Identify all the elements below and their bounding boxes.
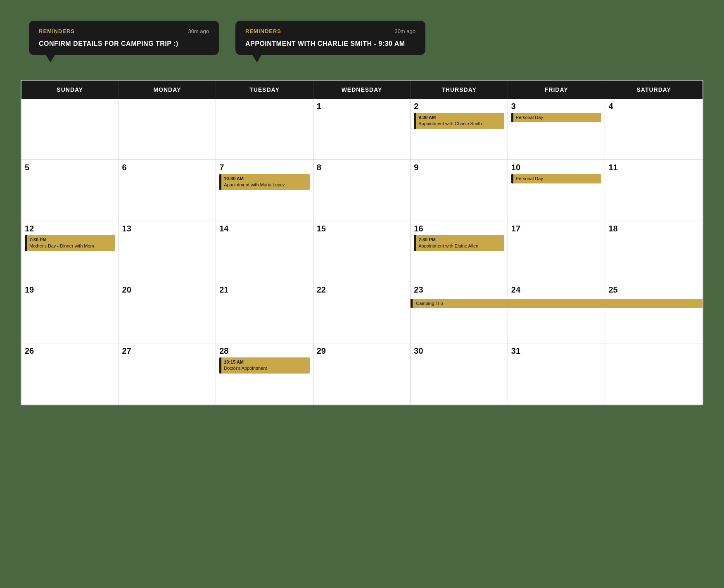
week-1: 1 2 9:30 AM Appointment with Charlie Smi… bbox=[21, 99, 703, 160]
event-title: Personal Day bbox=[516, 114, 599, 121]
day-number-25: 25 bbox=[608, 286, 699, 294]
header-friday: FRIDAY bbox=[508, 81, 605, 99]
cell-day-27: 27 bbox=[119, 343, 216, 405]
day-number-23: 23 bbox=[414, 286, 504, 294]
day-number-12: 12 bbox=[25, 224, 115, 233]
cell-day-13: 13 bbox=[119, 221, 216, 282]
week-2: 5 6 7 10:30 AM Appointment with Maria Lo… bbox=[21, 160, 703, 221]
cell-day-9: 9 bbox=[411, 160, 508, 221]
day-number-21: 21 bbox=[219, 286, 310, 294]
day-number-18: 18 bbox=[608, 224, 699, 233]
event-title: Appointment with Elaine Allen bbox=[418, 243, 502, 249]
day-number-17: 17 bbox=[511, 224, 602, 233]
cell-empty-sun bbox=[21, 99, 119, 160]
event-mothers-day[interactable]: 7:30 PM Mother's Day - Dinner with Mom bbox=[25, 235, 115, 251]
event-camping-trip[interactable]: Camping Trip bbox=[411, 299, 703, 308]
day-number-3: 3 bbox=[511, 102, 602, 110]
cell-day-31: 31 bbox=[508, 343, 605, 405]
cell-day-6: 6 bbox=[119, 160, 216, 221]
cell-day-20: 20 bbox=[119, 282, 216, 343]
day-number-29: 29 bbox=[317, 347, 407, 355]
event-personal-day-10[interactable]: Personal Day bbox=[511, 174, 602, 183]
day-number-22: 22 bbox=[317, 286, 407, 294]
cell-day-23: 23 Camping Trip bbox=[411, 282, 508, 343]
day-number-4: 4 bbox=[608, 102, 699, 110]
calendar-header: SUNDAY MONDAY TUESDAY WEDNESDAY THURSDAY… bbox=[21, 81, 703, 99]
cell-day-1: 1 bbox=[313, 99, 411, 160]
notification-text-1: CONFIRM DETAILS FOR CAMPING TRIP :) bbox=[39, 40, 209, 48]
day-number-15: 15 bbox=[317, 224, 407, 233]
day-number-11: 11 bbox=[608, 163, 699, 171]
day-number-16: 16 bbox=[414, 224, 504, 233]
day-number-6: 6 bbox=[122, 163, 213, 171]
event-title: Mother's Day - Dinner with Mom bbox=[29, 243, 113, 249]
event-content: 10:15 AM Doctor's Appointment bbox=[221, 357, 310, 374]
event-personal-day-3[interactable]: Personal Day bbox=[511, 113, 602, 122]
cell-day-11: 11 bbox=[605, 160, 703, 221]
day-number-30: 30 bbox=[414, 347, 504, 355]
cell-day-18: 18 bbox=[605, 221, 703, 282]
camping-trip-label: Camping Trip bbox=[413, 299, 703, 308]
event-title: Personal Day bbox=[516, 176, 599, 182]
event-title: Appointment with Charlie Smith bbox=[418, 121, 502, 127]
header-wednesday: WEDNESDAY bbox=[313, 81, 411, 99]
notification-text-2: APPOINTMENT WITH CHARLIE SMITH - 9:30 AM bbox=[245, 40, 415, 48]
event-title: Appointment with Maria Lopez bbox=[224, 182, 307, 188]
cell-day-3: 3 Personal Day bbox=[508, 99, 605, 160]
notification-time-2: 30m ago bbox=[394, 28, 415, 34]
day-number-13: 13 bbox=[122, 224, 213, 233]
cell-day-8: 8 bbox=[313, 160, 411, 221]
event-content: Personal Day bbox=[513, 174, 602, 183]
header-saturday: SATURDAY bbox=[605, 81, 703, 99]
event-charlie-smith[interactable]: 9:30 AM Appointment with Charlie Smith bbox=[414, 113, 504, 129]
notification-header-2: REMINDERS 30m ago bbox=[245, 28, 415, 34]
cell-day-30: 30 bbox=[411, 343, 508, 405]
day-number-24: 24 bbox=[511, 286, 602, 294]
day-number-20: 20 bbox=[122, 286, 213, 294]
cell-day-29: 29 bbox=[313, 343, 411, 405]
cell-day-4: 4 bbox=[605, 99, 703, 160]
event-doctors-appointment[interactable]: 10:15 AM Doctor's Appointment bbox=[219, 357, 310, 374]
event-title: Doctor's Appointment bbox=[224, 365, 307, 371]
notification-1: REMINDERS 30m ago CONFIRM DETAILS FOR CA… bbox=[29, 21, 219, 55]
day-number-8: 8 bbox=[317, 163, 407, 171]
day-number-14: 14 bbox=[219, 224, 310, 233]
day-number-9: 9 bbox=[414, 163, 504, 171]
header-thursday: THURSDAY bbox=[411, 81, 508, 99]
cell-day-24: 24 bbox=[508, 282, 605, 343]
header-sunday: SUNDAY bbox=[21, 81, 119, 99]
cell-day-19: 19 bbox=[21, 282, 119, 343]
day-number-7: 7 bbox=[219, 163, 310, 171]
day-number-26: 26 bbox=[25, 347, 115, 355]
cell-day-16: 16 2:30 PM Appointment with Elaine Allen bbox=[411, 221, 508, 282]
day-number-10: 10 bbox=[511, 163, 602, 171]
event-content: 9:30 AM Appointment with Charlie Smith bbox=[416, 113, 504, 129]
event-content: 2:30 PM Appointment with Elaine Allen bbox=[416, 235, 504, 251]
day-number-2: 2 bbox=[414, 102, 504, 110]
cell-day-21: 21 bbox=[216, 282, 313, 343]
cell-day-14: 14 bbox=[216, 221, 313, 282]
header-tuesday: TUESDAY bbox=[216, 81, 313, 99]
notification-2: REMINDERS 30m ago APPOINTMENT WITH CHARL… bbox=[235, 21, 425, 55]
day-number-19: 19 bbox=[25, 286, 115, 294]
cell-day-26: 26 bbox=[21, 343, 119, 405]
day-number-5: 5 bbox=[25, 163, 115, 171]
event-elaine-allen[interactable]: 2:30 PM Appointment with Elaine Allen bbox=[414, 235, 504, 251]
day-number-31: 31 bbox=[511, 347, 602, 355]
cell-empty-mon bbox=[119, 99, 216, 160]
day-number-27: 27 bbox=[122, 347, 213, 355]
week-5: 26 27 28 10:15 AM Doctor's Appointment 2… bbox=[21, 343, 703, 405]
cell-day-15: 15 bbox=[313, 221, 411, 282]
event-content: 10:30 AM Appointment with Maria Lopez bbox=[221, 174, 310, 190]
header-monday: MONDAY bbox=[119, 81, 216, 99]
week-4: 19 20 21 22 23 Camping Trip 24 25 bbox=[21, 282, 703, 343]
event-time: 9:30 AM bbox=[418, 114, 502, 121]
event-maria-lopez[interactable]: 10:30 AM Appointment with Maria Lopez bbox=[219, 174, 310, 190]
event-time: 7:30 PM bbox=[29, 237, 113, 243]
cell-day-7: 7 10:30 AM Appointment with Maria Lopez bbox=[216, 160, 313, 221]
cell-day-5: 5 bbox=[21, 160, 119, 221]
day-number-28: 28 bbox=[219, 347, 310, 355]
notifications-area: REMINDERS 30m ago CONFIRM DETAILS FOR CA… bbox=[12, 12, 712, 63]
cell-empty-last bbox=[605, 343, 703, 405]
event-time: 10:30 AM bbox=[224, 176, 307, 182]
